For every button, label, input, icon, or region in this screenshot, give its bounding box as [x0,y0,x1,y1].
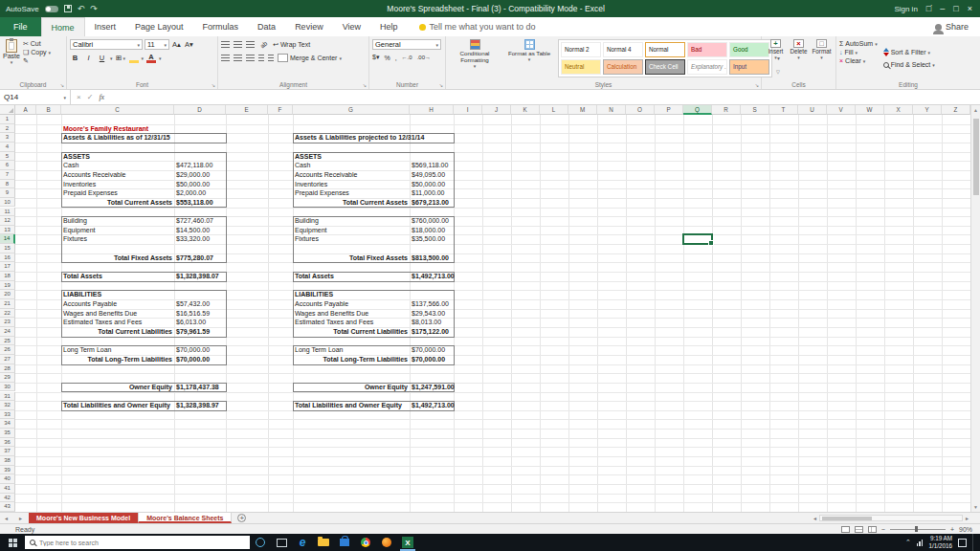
cell-H18[interactable]: $1,492,713.00 [410,272,457,281]
cell-H22[interactable]: $29,543.00 [410,309,454,319]
row-header-9[interactable]: 9 [0,188,15,198]
cell-style-check-cell[interactable]: Check Cell [645,59,685,75]
cell-D18[interactable]: $1,328,398.07 [174,272,226,281]
row-header-14[interactable]: 14 [0,234,15,244]
zoom-slider-knob[interactable] [915,526,918,532]
cell-D13[interactable]: $14,500.00 [174,226,226,235]
row-header-24[interactable]: 24 [0,327,15,337]
column-header-H[interactable]: H [410,105,454,115]
cell-G3[interactable]: Assets & Liabilities projected to 12/31/… [293,133,426,143]
vertical-scrollbar[interactable]: ▲ ▼ [970,105,980,512]
cell-G12[interactable]: Building [293,216,410,226]
cell-H12[interactable]: $760,000.00 [410,216,454,226]
start-button[interactable] [0,534,25,551]
cell-H8[interactable]: $50,000.00 [410,180,454,189]
hscroll-left-icon[interactable]: ◂ [813,515,816,521]
number-dialog-launcher-icon[interactable]: ↘ [439,82,443,88]
italic-button[interactable]: I [83,53,94,63]
firefox-taskbar-button[interactable] [376,534,397,551]
cancel-icon[interactable]: × [77,93,81,101]
search-input[interactable] [39,540,245,546]
cell-D10[interactable]: $553,118.00 [174,198,226,208]
column-header-C[interactable]: C [61,105,174,115]
close-button[interactable]: × [968,5,972,13]
row-header-7[interactable]: 7 [0,170,15,180]
row-header-16[interactable]: 16 [0,253,15,263]
column-header-K[interactable]: K [511,105,540,115]
cell-H23[interactable]: $8,013.00 [410,318,454,327]
cell-D32[interactable]: $1,328,398.97 [174,401,226,410]
insert-function-icon[interactable]: fx [99,93,104,101]
underline-button[interactable]: U [97,53,107,63]
zoom-slider[interactable] [890,529,946,530]
ribbon-display-options-icon[interactable]: □̇ [926,5,931,13]
align-center-icon[interactable] [234,55,242,61]
column-header-T[interactable]: T [769,105,798,115]
row-header-31[interactable]: 31 [0,392,15,402]
row-header-21[interactable]: 21 [0,299,15,309]
column-header-O[interactable]: O [626,105,655,115]
number-format-combobox[interactable]: General▾ [372,39,441,50]
cell-style-normal[interactable]: Normal [645,42,685,57]
column-header-B[interactable]: B [36,105,61,115]
row-header-26[interactable]: 26 [0,345,15,355]
sheet-tab-balance-sheets[interactable]: Moore's Balance Sheets [138,513,232,523]
row-header-37[interactable]: 37 [0,447,15,456]
name-box-dropdown-icon[interactable]: ▾ [63,95,66,100]
tab-view[interactable]: View [333,17,370,36]
cell-C8[interactable]: Inventories [61,180,174,189]
show-desktop-button[interactable] [972,534,976,551]
cell-C27[interactable]: Total Long-Term Liabilities [86,355,174,364]
column-header-V[interactable]: V [827,105,856,115]
cell-C12[interactable]: Building [61,216,174,226]
column-header-X[interactable]: X [884,105,913,115]
cell-H24[interactable]: $175,122.00 [410,327,454,337]
sort-filter-button[interactable]: Sort & Filter▾ [883,48,935,56]
column-header-L[interactable]: L [540,105,568,115]
insert-cells-button[interactable]: + Insert ▾ [765,39,787,77]
tab-review[interactable]: Review [285,17,333,36]
cell-style-normal-4[interactable]: Normal 4 [603,42,643,57]
row-header-35[interactable]: 35 [0,429,15,438]
enter-icon[interactable]: ✓ [87,93,94,101]
row-header-30[interactable]: 30 [0,383,15,392]
row-header-40[interactable]: 40 [0,474,15,484]
row-header-12[interactable]: 12 [0,216,15,226]
cell-G6[interactable]: Cash [293,161,410,170]
row-header-28[interactable]: 28 [0,364,15,374]
cell-D24[interactable]: $79,961.59 [174,327,226,337]
row-header-1[interactable]: 1 [0,115,15,124]
cell-D21[interactable]: $57,432.00 [174,299,226,309]
column-header-Z[interactable]: Z [942,105,970,115]
column-header-E[interactable]: E [226,105,268,115]
cell-C24[interactable]: Total Current Liabilities [96,327,174,337]
increase-decimal-button[interactable]: ←.0 [402,55,412,60]
tab-page-layout[interactable]: Page Layout [125,17,193,36]
row-header-38[interactable]: 38 [0,456,15,466]
row-header-10[interactable]: 10 [0,198,15,208]
cell-style-normal-2[interactable]: Normal 2 [561,42,601,57]
cell-C32[interactable]: Total Liabilities and Owner Equity [61,401,174,410]
cell-H6[interactable]: $569,118.00 [410,161,454,170]
row-header-43[interactable]: 43 [0,502,15,512]
column-header-J[interactable]: J [482,105,511,115]
cell-G5[interactable]: ASSETS [293,152,410,162]
column-header-P[interactable]: P [655,105,683,115]
column-header-N[interactable]: N [597,105,626,115]
find-select-button[interactable]: Find & Select▾ [883,60,935,69]
cell-G13[interactable]: Equipment [293,226,410,235]
align-middle-icon[interactable] [234,41,242,48]
row-header-27[interactable]: 27 [0,355,15,364]
horizontal-scrollbar[interactable] [819,515,963,521]
cell-D14[interactable]: $33,320.00 [174,234,226,244]
comma-style-button[interactable]: , [395,55,397,61]
cell-C5[interactable]: ASSETS [61,152,174,162]
cell-H7[interactable]: $49,095.00 [410,170,454,180]
row-header-25[interactable]: 25 [0,337,15,346]
clipboard-dialog-launcher-icon[interactable]: ↘ [60,82,64,88]
cell-H14[interactable]: $35,500.00 [410,234,454,244]
decrease-font-size-button[interactable]: A▾ [184,39,194,50]
cell-C16[interactable]: Total Fixed Assets [112,253,174,263]
file-explorer-taskbar-button[interactable] [313,534,334,551]
cell-H16[interactable]: $813,500.00 [410,253,454,263]
